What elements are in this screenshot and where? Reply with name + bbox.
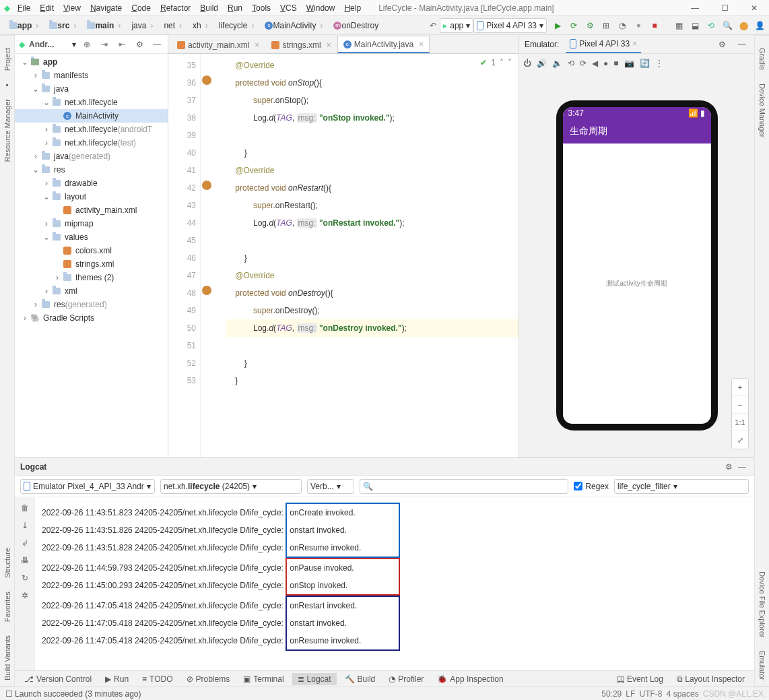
menu-build[interactable]: Build — [196, 2, 222, 14]
bottom-tool-logcat[interactable]: ≣ Logcat — [292, 673, 337, 685]
resource-manager-button[interactable]: Resource Manager — [3, 94, 11, 168]
search-icon[interactable]: 🔍 — [721, 19, 734, 32]
menu-help[interactable]: Help — [340, 2, 365, 14]
emulator-tab[interactable]: Pixel 4 API 33× — [566, 36, 641, 53]
logcat-device-combo[interactable]: Emulator Pixel_4_API_33 Andr▾ — [20, 479, 155, 494]
sync-icon[interactable]: ⟲ — [704, 19, 718, 32]
logcat-regex-checkbox[interactable]: Regex — [574, 482, 609, 491]
stop-button[interactable]: ■ — [648, 19, 661, 32]
menu-view[interactable]: View — [59, 2, 85, 14]
breadcrumb-item[interactable]: app — [3, 21, 42, 30]
tree-node[interactable]: activity_main.xml — [15, 203, 168, 217]
indent[interactable]: 4 spaces — [667, 689, 699, 699]
coverage-icon[interactable]: ⊞ — [599, 19, 613, 32]
tree-node[interactable]: ›manifests — [15, 69, 168, 82]
trash-icon[interactable]: 🗑 — [18, 501, 32, 515]
gradle-button[interactable]: Gradle — [758, 42, 766, 75]
breadcrumb-item[interactable]: lifecycle — [212, 21, 259, 30]
editor-tab[interactable]: activity_main.xml× — [171, 36, 265, 53]
bottom-tool-terminal[interactable]: ▣ Terminal — [238, 673, 289, 685]
breadcrumb-item[interactable]: src — [42, 21, 80, 30]
run-config-combo[interactable]: ▸app▾ — [440, 18, 473, 33]
sdk-icon[interactable]: ⬓ — [688, 19, 702, 32]
rotate-right-icon[interactable]: ⟳ — [580, 59, 587, 68]
avd-icon[interactable]: ▦ — [672, 19, 686, 32]
close-button[interactable]: ✕ — [739, 0, 769, 16]
run-button[interactable]: ▶ — [551, 19, 564, 32]
settings-button[interactable]: ⬤ — [737, 19, 750, 32]
back-icon[interactable]: ↶ — [426, 19, 440, 32]
tree-node[interactable]: ⌄layout — [15, 190, 168, 203]
settings-icon[interactable]: ✲ — [18, 589, 32, 602]
expand-icon[interactable]: ⇥ — [98, 38, 111, 51]
menu-tools[interactable]: Tools — [248, 2, 275, 14]
menu-code[interactable]: Code — [127, 2, 155, 14]
bottom-tool-build[interactable]: 🔨 Build — [339, 673, 381, 685]
home-icon[interactable]: ● — [603, 59, 608, 68]
left-square-icon[interactable]: ▪ — [1, 79, 13, 91]
bottom-tool-todo[interactable]: ≡ TODO — [137, 673, 178, 685]
attach-debugger-icon[interactable]: ⌖ — [632, 19, 645, 32]
tree-node[interactable]: strings.xml — [15, 257, 168, 271]
tree-node[interactable]: ⌄net.xh.lifecycle — [15, 96, 168, 109]
device-file-explorer-button[interactable]: Device File Explorer — [758, 566, 766, 643]
bottom-tool-app-inspection[interactable]: 🐞 App Inspection — [432, 673, 508, 685]
menu-run[interactable]: Run — [224, 2, 246, 14]
logcat-filter-combo[interactable]: life_cycle_filter▾ — [614, 479, 749, 494]
restart-icon[interactable]: ↻ — [18, 571, 32, 585]
project-tree[interactable]: ⌄app›manifests⌄java⌄net.xh.lifecyclecMai… — [15, 54, 168, 457]
tree-node[interactable]: ›mipmap — [15, 217, 168, 230]
rotate-left-icon[interactable]: ⟲ — [568, 59, 574, 68]
override-icon[interactable] — [202, 286, 211, 295]
override-icon[interactable] — [202, 181, 211, 190]
logcat-output[interactable]: 2022-09-26 11:43:51.823 24205-24205/net.… — [35, 497, 754, 673]
user-icon[interactable]: 👤 — [753, 19, 766, 32]
breadcrumb-item[interactable]: main — [80, 21, 125, 30]
close-tab-icon[interactable]: × — [327, 40, 331, 50]
tree-node[interactable]: ›res (generated) — [15, 298, 168, 311]
soft-wrap-icon[interactable]: ↲ — [18, 536, 32, 550]
line-separator[interactable]: LF — [626, 689, 635, 699]
close-tab-icon[interactable]: × — [255, 40, 259, 50]
minimize-button[interactable]: — — [680, 0, 710, 16]
overview-icon[interactable]: ■ — [613, 59, 618, 68]
print-icon[interactable]: 🖶 — [18, 554, 32, 567]
tree-node[interactable]: ›net.xh.lifecycle (test) — [15, 136, 168, 150]
emulator-button[interactable]: Emulator — [758, 645, 766, 686]
bottom-tool-layout-inspector[interactable]: ⧉ Layout Inspector — [671, 673, 750, 685]
logcat-search-input[interactable]: 🔍 — [360, 479, 568, 494]
tree-node[interactable]: colors.xml — [15, 244, 168, 257]
breadcrumb-item[interactable]: java — [125, 21, 157, 30]
override-icon[interactable] — [202, 75, 211, 85]
build-variants-button[interactable]: Build Variants — [3, 630, 11, 686]
logcat-level-combo[interactable]: Verb...▾ — [307, 479, 354, 494]
gear-icon[interactable]: ⚙ — [722, 460, 735, 474]
back-icon[interactable]: ◀ — [592, 59, 598, 68]
device-combo[interactable]: Pixel 4 API 33▾ — [473, 18, 547, 33]
tree-node[interactable]: ⌄res — [15, 163, 168, 177]
bottom-tool-problems[interactable]: ⊘ Problems — [181, 673, 236, 685]
zoom-out-button[interactable]: − — [732, 396, 748, 414]
bottom-tool-run[interactable]: ▶ Run — [100, 673, 134, 685]
bottom-tool-event-log[interactable]: 🕮 Event Log — [611, 673, 669, 685]
zoom-11-button[interactable]: 1:1 — [732, 414, 748, 431]
select-opened-icon[interactable]: ⊕ — [80, 38, 94, 51]
screenshot-icon[interactable]: 📷 — [624, 59, 634, 68]
tree-node[interactable]: cMainActivity — [15, 109, 168, 123]
scroll-end-icon[interactable]: ⤓ — [18, 519, 32, 532]
project-tool-button[interactable]: Project — [3, 42, 11, 76]
menu-file[interactable]: File — [13, 2, 34, 14]
menu-vcs[interactable]: VCS — [276, 2, 301, 14]
gear-icon[interactable]: ⚙ — [133, 38, 146, 51]
menu-navigate[interactable]: Navigate — [86, 2, 126, 14]
tree-node[interactable]: ›xml — [15, 284, 168, 298]
bottom-tool-version-control[interactable]: ⎇ Version Control — [19, 673, 97, 685]
breadcrumb-item[interactable]: xh — [186, 21, 212, 30]
tree-node[interactable]: ⌄values — [15, 230, 168, 244]
apply-changes-icon[interactable]: ⟳ — [567, 19, 580, 32]
nav-down-icon[interactable]: ˅ — [508, 58, 512, 67]
profile-icon[interactable]: ◔ — [615, 19, 629, 32]
gear-icon[interactable]: ⚙ — [715, 38, 729, 51]
menu-window[interactable]: Window — [302, 2, 339, 14]
project-view-selector[interactable]: Andr... — [29, 40, 68, 49]
